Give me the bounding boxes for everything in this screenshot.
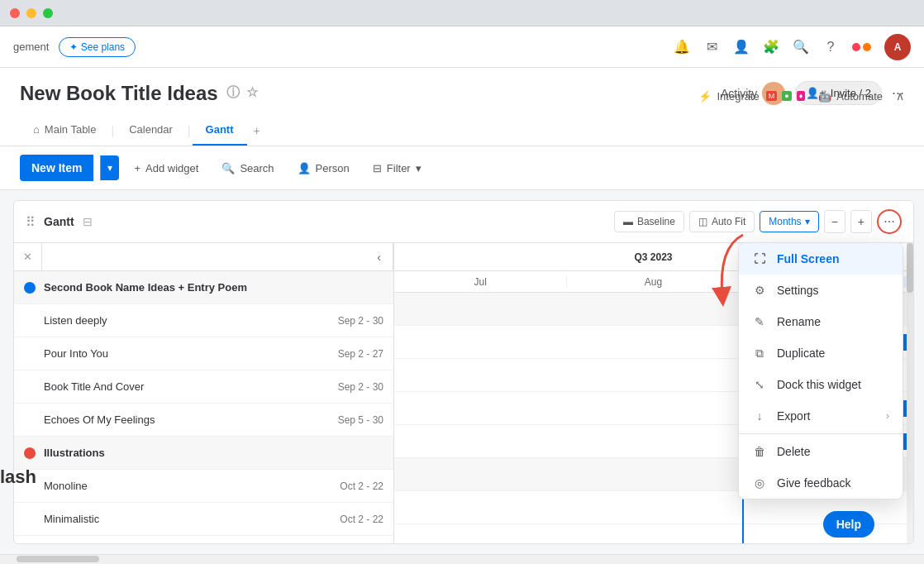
- gantt-item-row[interactable]: Book Title And Cover Sep 2 - 30: [14, 370, 393, 404]
- item-date: Sep 2 - 30: [338, 381, 383, 393]
- gantt-drag-icon[interactable]: ⠿: [26, 214, 36, 230]
- baseline-icon: ▬: [623, 216, 633, 227]
- page-title-icons: ⓘ ☆: [226, 84, 258, 102]
- browser-bar: [0, 0, 924, 26]
- settings-icon: ⚙: [752, 283, 767, 298]
- page-title-text: New Book Title Ideas: [20, 82, 218, 105]
- dropdown-delete-label: Delete: [777, 445, 810, 458]
- person-label: Person: [316, 162, 350, 174]
- freeze-icon[interactable]: ✕: [14, 243, 42, 271]
- search-icon: 🔍: [221, 162, 235, 174]
- see-plans-button[interactable]: ✦ See plans: [59, 37, 136, 57]
- gantt-more-button[interactable]: ···: [877, 209, 902, 234]
- months-button[interactable]: Months ▾: [760, 211, 818, 232]
- gantt-item-row[interactable]: Pour Into You Sep 2 - 27: [14, 337, 393, 370]
- tab-divider-2: |: [188, 124, 191, 137]
- group-name: Second Book Name Ideas + Entry Poem: [44, 281, 383, 294]
- group-dot: [24, 282, 36, 294]
- add-widget-icon: +: [134, 162, 141, 174]
- calendar-label: Calendar: [129, 123, 173, 136]
- close-icon[interactable]: [10, 8, 20, 18]
- apps-icon[interactable]: 🧩: [763, 39, 779, 55]
- item-name: Minimalistic: [24, 513, 340, 525]
- bottom-scroll-thumb[interactable]: [17, 556, 99, 562]
- info-icon[interactable]: ⓘ: [226, 84, 240, 102]
- gantt-date-header: ✕ ‹: [14, 243, 393, 271]
- group-dot: [24, 447, 36, 459]
- lash-text: lash: [0, 466, 36, 488]
- dropdown-export-item[interactable]: ↓ Export ›: [739, 400, 903, 432]
- user-avatar[interactable]: A: [884, 34, 911, 60]
- integrate-button[interactable]: ⚡ Integrate M ● ♦: [698, 90, 805, 103]
- main-table-icon: ⌂: [33, 123, 40, 136]
- gantt-month-jul: Jul: [394, 276, 567, 288]
- search-button[interactable]: 🔍 Search: [213, 157, 282, 179]
- gantt-label: Gantt: [206, 123, 234, 136]
- dropdown-dock-label: Dock this widget: [777, 378, 861, 391]
- dropdown-duplicate-item[interactable]: ⧉ Duplicate: [739, 337, 903, 369]
- zoom-out-button[interactable]: −: [824, 210, 845, 233]
- dropdown-fullscreen-item[interactable]: ⛶ Full Screen: [739, 243, 903, 275]
- months-dropdown-icon: ▾: [805, 216, 810, 227]
- inbox-icon[interactable]: ✉: [703, 39, 720, 55]
- months-label: Months: [769, 216, 801, 227]
- gantt-group-row: Illustrations: [14, 437, 393, 470]
- scroll-thumb-vertical[interactable]: [907, 243, 913, 293]
- new-item-button[interactable]: New Item: [20, 155, 93, 181]
- dropdown-rename-item[interactable]: ✎ Rename: [739, 306, 903, 337]
- tab-gantt[interactable]: Gantt: [193, 115, 247, 146]
- gantt-group-row: Second Book Name Ideas + Entry Poem: [14, 271, 393, 304]
- integrate-icon: ⚡: [698, 90, 712, 103]
- collapse-icon[interactable]: ∧: [896, 89, 904, 103]
- gantt-item-row[interactable]: Minimalistic Oct 2 - 22: [14, 503, 393, 536]
- zoom-in-button[interactable]: +: [850, 210, 872, 233]
- help-icon[interactable]: ?: [822, 39, 839, 55]
- duplicate-icon: ⧉: [752, 346, 767, 361]
- star-icon[interactable]: ☆: [246, 84, 258, 102]
- gantt-item-row[interactable]: Monoline Oct 2 - 22: [14, 470, 393, 503]
- feedback-icon: ◎: [752, 476, 767, 490]
- gantt-nav-back-button[interactable]: ‹: [365, 243, 393, 271]
- item-date: Sep 5 - 30: [338, 414, 383, 426]
- minimize-icon[interactable]: [26, 8, 36, 18]
- baseline-button[interactable]: ▬ Baseline: [614, 211, 684, 232]
- dropdown-delete-item[interactable]: 🗑 Delete: [739, 436, 903, 467]
- auto-fit-button[interactable]: ◫ Auto Fit: [689, 211, 755, 232]
- search-icon[interactable]: 🔍: [793, 39, 809, 55]
- topbar-right: 🔔 ✉ 👤 🧩 🔍 ? A: [674, 34, 911, 60]
- cal-icon: ●: [782, 91, 791, 101]
- dropdown-feedback-item[interactable]: ◎ Give feedback: [739, 467, 903, 499]
- add-widget-button[interactable]: + Add widget: [126, 157, 207, 179]
- export-arrow-icon: ›: [886, 410, 889, 422]
- app-icon: ♦: [797, 91, 806, 101]
- gantt-panel: ⠿ Gantt ⊟ ▬ Baseline ◫ Auto Fit Months ▾…: [13, 200, 914, 544]
- dropdown-feedback-label: Give feedback: [777, 476, 851, 490]
- automate-button[interactable]: 🤖 Automate: [818, 90, 883, 103]
- tabs-row: ⌂ Main Table | Calendar | Gantt +: [20, 115, 904, 146]
- maximize-icon[interactable]: [43, 8, 53, 18]
- gmail-icon: M: [766, 91, 778, 101]
- scroll-track-vertical[interactable]: [907, 243, 913, 544]
- person-button[interactable]: 👤 Person: [289, 157, 358, 179]
- notifications-icon[interactable]: 🔔: [674, 39, 690, 55]
- page-title: New Book Title Ideas ⓘ ☆: [20, 82, 258, 105]
- gantt-left-panel: ✕ ‹ Second Book Name Ideas + Entry Poem …: [14, 243, 394, 544]
- main-table-label: Main Table: [45, 123, 97, 136]
- dropdown-settings-item[interactable]: ⚙ Settings: [739, 275, 903, 306]
- tab-main-table[interactable]: ⌂ Main Table: [20, 115, 110, 146]
- new-item-dropdown-button[interactable]: ▾: [100, 155, 119, 180]
- bottom-scrollbar[interactable]: [0, 554, 924, 562]
- gantt-item-row[interactable]: Echoes Of My Feelings Sep 5 - 30: [14, 404, 393, 437]
- automate-label: Automate: [836, 90, 883, 103]
- tab-add-button[interactable]: +: [247, 117, 267, 144]
- item-date: Oct 2 - 22: [340, 514, 383, 525]
- gantt-item-row[interactable]: Listen deeply Sep 2 - 30: [14, 304, 393, 337]
- users-icon[interactable]: 👤: [733, 39, 750, 55]
- gantt-filter-icon[interactable]: ⊟: [83, 215, 93, 228]
- dropdown-dock-item[interactable]: ⤡ Dock this widget: [739, 369, 903, 400]
- page-header: New Book Title Ideas ⓘ ☆ Activity 👤+ Inv…: [0, 68, 924, 146]
- integration-row: ⚡ Integrate M ● ♦ 🤖 Automate ∧: [698, 89, 904, 103]
- tab-calendar[interactable]: Calendar: [116, 115, 186, 146]
- filter-button[interactable]: ⊟ Filter ▾: [364, 157, 430, 179]
- help-button[interactable]: Help: [823, 511, 874, 538]
